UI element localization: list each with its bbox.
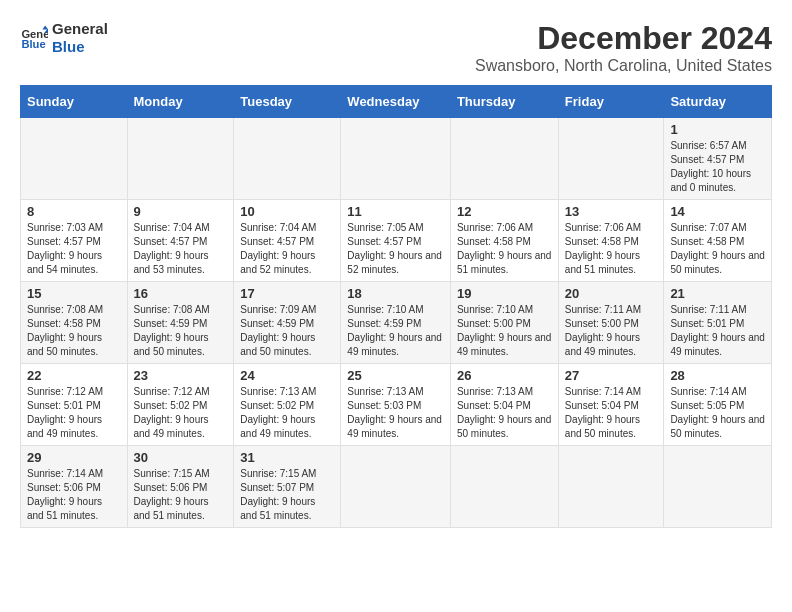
day-number: 29 (27, 450, 121, 465)
day-info: Sunrise: 7:12 AMSunset: 5:01 PMDaylight:… (27, 385, 121, 441)
day-number: 20 (565, 286, 658, 301)
logo-line2: Blue (52, 38, 108, 56)
day-number: 19 (457, 286, 552, 301)
day-info: Sunrise: 7:15 AMSunset: 5:06 PMDaylight:… (134, 467, 228, 523)
title-area: December 2024 Swansboro, North Carolina,… (475, 20, 772, 75)
cell-week5-day2: 31 Sunrise: 7:15 AMSunset: 5:07 PMDaylig… (234, 446, 341, 528)
cell-week4-day0: 22 Sunrise: 7:12 AMSunset: 5:01 PMDaylig… (21, 364, 128, 446)
cell-week2-day5: 13 Sunrise: 7:06 AMSunset: 4:58 PMDaylig… (558, 200, 664, 282)
day-number: 8 (27, 204, 121, 219)
day-info: Sunrise: 7:10 AMSunset: 5:00 PMDaylight:… (457, 303, 552, 359)
cell-week4-day5: 27 Sunrise: 7:14 AMSunset: 5:04 PMDaylig… (558, 364, 664, 446)
day-info: Sunrise: 7:10 AMSunset: 4:59 PMDaylight:… (347, 303, 444, 359)
cell-week3-day3: 18 Sunrise: 7:10 AMSunset: 4:59 PMDaylig… (341, 282, 451, 364)
day-number: 15 (27, 286, 121, 301)
day-info: Sunrise: 7:13 AMSunset: 5:03 PMDaylight:… (347, 385, 444, 441)
cell-week1-day2 (234, 118, 341, 200)
cell-week1-day4 (450, 118, 558, 200)
week-row-3: 15 Sunrise: 7:08 AMSunset: 4:58 PMDaylig… (21, 282, 772, 364)
header-monday: Monday (127, 86, 234, 118)
day-number: 27 (565, 368, 658, 383)
day-number: 13 (565, 204, 658, 219)
header-thursday: Thursday (450, 86, 558, 118)
cell-week3-day5: 20 Sunrise: 7:11 AMSunset: 5:00 PMDaylig… (558, 282, 664, 364)
cell-week3-day2: 17 Sunrise: 7:09 AMSunset: 4:59 PMDaylig… (234, 282, 341, 364)
day-number: 26 (457, 368, 552, 383)
day-number: 24 (240, 368, 334, 383)
cell-week1-day1 (127, 118, 234, 200)
cell-week4-day6: 28 Sunrise: 7:14 AMSunset: 5:05 PMDaylig… (664, 364, 772, 446)
day-info: Sunrise: 7:12 AMSunset: 5:02 PMDaylight:… (134, 385, 228, 441)
week-row-2: 8 Sunrise: 7:03 AMSunset: 4:57 PMDayligh… (21, 200, 772, 282)
day-info: Sunrise: 7:05 AMSunset: 4:57 PMDaylight:… (347, 221, 444, 277)
week-row-5: 29 Sunrise: 7:14 AMSunset: 5:06 PMDaylig… (21, 446, 772, 528)
cell-week2-day0: 8 Sunrise: 7:03 AMSunset: 4:57 PMDayligh… (21, 200, 128, 282)
day-info: Sunrise: 7:03 AMSunset: 4:57 PMDaylight:… (27, 221, 121, 277)
day-number: 28 (670, 368, 765, 383)
day-info: Sunrise: 7:14 AMSunset: 5:06 PMDaylight:… (27, 467, 121, 523)
day-info: Sunrise: 7:08 AMSunset: 4:59 PMDaylight:… (134, 303, 228, 359)
header-wednesday: Wednesday (341, 86, 451, 118)
day-number: 31 (240, 450, 334, 465)
cell-week3-day1: 16 Sunrise: 7:08 AMSunset: 4:59 PMDaylig… (127, 282, 234, 364)
cell-week5-day4 (450, 446, 558, 528)
header-sunday: Sunday (21, 86, 128, 118)
day-info: Sunrise: 7:15 AMSunset: 5:07 PMDaylight:… (240, 467, 334, 523)
cell-week5-day5 (558, 446, 664, 528)
day-info: Sunrise: 7:14 AMSunset: 5:04 PMDaylight:… (565, 385, 658, 441)
cell-week4-day4: 26 Sunrise: 7:13 AMSunset: 5:04 PMDaylig… (450, 364, 558, 446)
day-info: Sunrise: 7:11 AMSunset: 5:00 PMDaylight:… (565, 303, 658, 359)
cell-week2-day3: 11 Sunrise: 7:05 AMSunset: 4:57 PMDaylig… (341, 200, 451, 282)
day-number: 14 (670, 204, 765, 219)
header-friday: Friday (558, 86, 664, 118)
logo-line1: General (52, 20, 108, 38)
cell-week2-day2: 10 Sunrise: 7:04 AMSunset: 4:57 PMDaylig… (234, 200, 341, 282)
day-number: 18 (347, 286, 444, 301)
cell-week2-day6: 14 Sunrise: 7:07 AMSunset: 4:58 PMDaylig… (664, 200, 772, 282)
cell-week4-day2: 24 Sunrise: 7:13 AMSunset: 5:02 PMDaylig… (234, 364, 341, 446)
day-info: Sunrise: 7:14 AMSunset: 5:05 PMDaylight:… (670, 385, 765, 441)
day-info: Sunrise: 7:04 AMSunset: 4:57 PMDaylight:… (134, 221, 228, 277)
day-info: Sunrise: 7:07 AMSunset: 4:58 PMDaylight:… (670, 221, 765, 277)
week-row-1: 1 Sunrise: 6:57 AMSunset: 4:57 PMDayligh… (21, 118, 772, 200)
day-info: Sunrise: 7:06 AMSunset: 4:58 PMDaylight:… (565, 221, 658, 277)
logo: General Blue General Blue (20, 20, 108, 56)
day-number: 23 (134, 368, 228, 383)
day-info: Sunrise: 7:09 AMSunset: 4:59 PMDaylight:… (240, 303, 334, 359)
day-number: 17 (240, 286, 334, 301)
calendar-title: December 2024 (475, 20, 772, 57)
week-row-4: 22 Sunrise: 7:12 AMSunset: 5:01 PMDaylig… (21, 364, 772, 446)
day-number: 25 (347, 368, 444, 383)
cell-week1-day3 (341, 118, 451, 200)
logo-icon: General Blue (20, 24, 48, 52)
header: General Blue General Blue December 2024 … (20, 20, 772, 75)
cell-week5-day0: 29 Sunrise: 7:14 AMSunset: 5:06 PMDaylig… (21, 446, 128, 528)
cell-week3-day0: 15 Sunrise: 7:08 AMSunset: 4:58 PMDaylig… (21, 282, 128, 364)
day-number: 12 (457, 204, 552, 219)
day-info: Sunrise: 7:11 AMSunset: 5:01 PMDaylight:… (670, 303, 765, 359)
cell-week4-day1: 23 Sunrise: 7:12 AMSunset: 5:02 PMDaylig… (127, 364, 234, 446)
cell-week1-day6: 1 Sunrise: 6:57 AMSunset: 4:57 PMDayligh… (664, 118, 772, 200)
day-number: 21 (670, 286, 765, 301)
day-number: 9 (134, 204, 228, 219)
day-number: 10 (240, 204, 334, 219)
header-saturday: Saturday (664, 86, 772, 118)
header-tuesday: Tuesday (234, 86, 341, 118)
cell-week3-day4: 19 Sunrise: 7:10 AMSunset: 5:00 PMDaylig… (450, 282, 558, 364)
cell-week2-day4: 12 Sunrise: 7:06 AMSunset: 4:58 PMDaylig… (450, 200, 558, 282)
day-number: 16 (134, 286, 228, 301)
cell-week4-day3: 25 Sunrise: 7:13 AMSunset: 5:03 PMDaylig… (341, 364, 451, 446)
cell-week3-day6: 21 Sunrise: 7:11 AMSunset: 5:01 PMDaylig… (664, 282, 772, 364)
day-number: 1 (670, 122, 765, 137)
day-info: Sunrise: 6:57 AMSunset: 4:57 PMDaylight:… (670, 139, 765, 195)
cell-week5-day3 (341, 446, 451, 528)
cell-week1-day0 (21, 118, 128, 200)
day-info: Sunrise: 7:13 AMSunset: 5:04 PMDaylight:… (457, 385, 552, 441)
calendar-table: SundayMondayTuesdayWednesdayThursdayFrid… (20, 85, 772, 528)
svg-text:Blue: Blue (21, 38, 45, 50)
day-info: Sunrise: 7:13 AMSunset: 5:02 PMDaylight:… (240, 385, 334, 441)
day-number: 30 (134, 450, 228, 465)
cell-week5-day1: 30 Sunrise: 7:15 AMSunset: 5:06 PMDaylig… (127, 446, 234, 528)
header-row: SundayMondayTuesdayWednesdayThursdayFrid… (21, 86, 772, 118)
cell-week1-day5 (558, 118, 664, 200)
